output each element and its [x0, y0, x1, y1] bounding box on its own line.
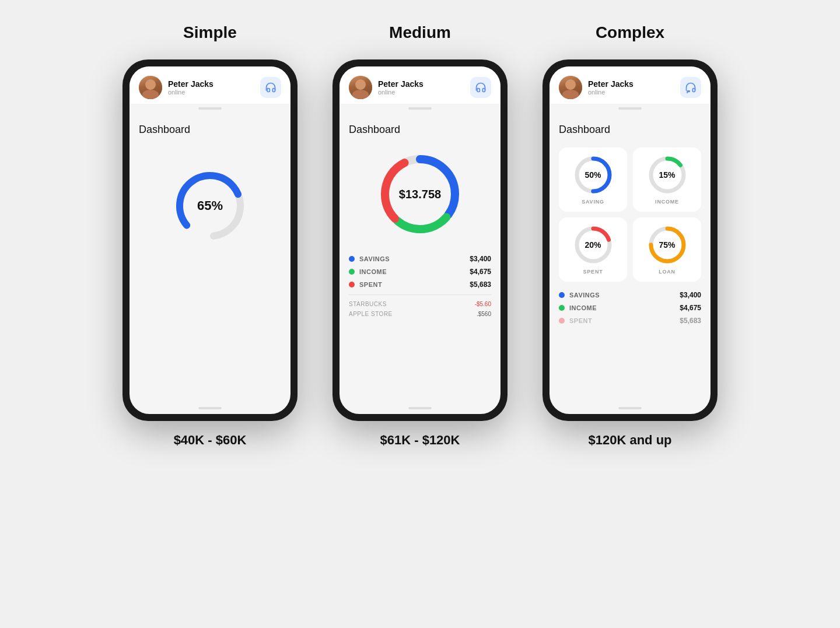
complex-bottom-scroll: [618, 407, 642, 409]
complex-legend-income: INCOME $4,675: [559, 304, 701, 312]
medium-avatar: [349, 76, 372, 99]
complex-savings-label: SAVINGS: [569, 292, 600, 299]
complex-dashboard-label: Dashboard: [559, 124, 701, 136]
simple-donut-container: 65%: [139, 148, 281, 264]
complex-column: Complex Peter Jacks: [542, 23, 718, 448]
apple-label: APPLE STORE: [349, 311, 393, 317]
complex-income-label: INCOME: [569, 304, 597, 311]
complex-user-name: Peter Jacks: [588, 79, 634, 89]
medium-phone-screen: Peter Jacks online Da: [340, 66, 501, 414]
medium-user-name: Peter Jacks: [378, 79, 424, 89]
medium-price: $61K - $120K: [380, 433, 460, 448]
starbucks-value: -$5.60: [475, 301, 491, 307]
simple-bottom-scroll: [198, 407, 222, 409]
simple-user-name: Peter Jacks: [168, 79, 214, 89]
simple-phone-content: Dashboard 65%: [130, 114, 290, 402]
complex-user-status: online: [588, 89, 634, 96]
spent-card: 20% SPENT: [559, 217, 627, 282]
loan-percent: 75%: [659, 240, 675, 250]
complex-avatar-img: [559, 76, 582, 99]
legend-spent: SPENT $5,683: [349, 280, 491, 289]
starbucks-label: STARBUCKS: [349, 301, 387, 307]
apple-value: .$560: [477, 311, 491, 317]
simple-phone-screen: Peter Jacks online Da: [130, 66, 290, 414]
simple-phone-frame: Peter Jacks online Da: [123, 59, 298, 421]
medium-headphone-icon[interactable]: [470, 77, 491, 98]
spent-label: SPENT: [359, 281, 382, 288]
spent-dot: [349, 282, 355, 287]
income-label: INCOME: [359, 268, 387, 275]
medium-donut-value: $13.758: [399, 188, 441, 201]
simple-donut-percent: 65%: [197, 198, 223, 213]
simple-column: Simple Peter Jacks: [123, 23, 298, 448]
simple-phone-header: Peter Jacks online: [130, 66, 290, 104]
complex-phone-content: Dashboard 50%: [550, 114, 710, 402]
starbucks-transaction: STARBUCKS -$5.60: [349, 301, 491, 307]
simple-header-left: Peter Jacks online: [139, 76, 214, 99]
complex-avatar: [559, 76, 582, 99]
medium-phone-header: Peter Jacks online: [340, 66, 501, 104]
complex-income-dot: [559, 305, 565, 311]
complex-price: $120K and up: [588, 433, 671, 448]
simple-avatar-img: [139, 76, 162, 99]
legend-income: INCOME $4,675: [349, 268, 491, 276]
simple-avatar: [139, 76, 162, 99]
savings-dot: [349, 256, 355, 262]
simple-user-status: online: [168, 89, 214, 96]
income-label: INCOME: [655, 199, 679, 205]
complex-spent-amount: $5,683: [680, 317, 701, 325]
simple-user-info: Peter Jacks online: [168, 79, 214, 96]
simple-headphone-icon[interactable]: [260, 77, 281, 98]
spent-label: SPENT: [583, 269, 603, 275]
legend-savings: SAVINGS $3,400: [349, 255, 491, 263]
medium-donut-wrapper: $13.758: [373, 148, 467, 241]
medium-title: Medium: [389, 23, 451, 42]
complex-spent-label: SPENT: [569, 317, 592, 324]
simple-price: $40K - $60K: [174, 433, 247, 448]
spent-amount: $5,683: [470, 280, 491, 289]
complex-phone-header: Peter Jacks online: [550, 66, 710, 104]
medium-column: Medium Peter Jacks: [332, 23, 508, 448]
medium-header-left: Peter Jacks online: [349, 76, 424, 99]
income-percent: 15%: [659, 170, 675, 180]
savings-amount: $3,400: [470, 255, 491, 263]
complex-headphone-icon[interactable]: [680, 77, 701, 98]
loan-card: 75% LOAN: [633, 217, 701, 282]
medium-divider: [349, 294, 491, 295]
medium-bottom-scroll: [408, 407, 432, 409]
complex-scroll-indicator: [618, 107, 642, 110]
complex-savings-dot: [559, 292, 565, 298]
complex-legend-savings: SAVINGS $3,400: [559, 291, 701, 299]
complex-spent-dot: [559, 318, 565, 324]
complex-title: Complex: [596, 23, 664, 42]
medium-phone-content: Dashboard: [340, 114, 501, 402]
complex-grid: 50% SAVING: [559, 148, 701, 282]
medium-user-info: Peter Jacks online: [378, 79, 424, 96]
loan-donut-wrapper: 75%: [647, 224, 688, 265]
simple-donut-wrapper: 65%: [169, 165, 251, 247]
apple-transaction: APPLE STORE .$560: [349, 311, 491, 317]
income-donut-wrapper: 15%: [647, 155, 688, 195]
complex-savings-amount: $3,400: [680, 291, 701, 299]
phones-row: Simple Peter Jacks: [12, 23, 828, 448]
medium-phone-frame: Peter Jacks online Da: [332, 59, 508, 421]
complex-income-amount: $4,675: [680, 304, 701, 312]
saving-percent: 50%: [584, 170, 601, 180]
medium-dashboard-label: Dashboard: [349, 124, 491, 136]
medium-avatar-img: [349, 76, 372, 99]
spent-donut-wrapper: 20%: [573, 224, 614, 265]
complex-header-left: Peter Jacks online: [559, 76, 634, 99]
spent-percent: 20%: [584, 240, 601, 250]
income-dot: [349, 269, 355, 275]
income-card: 15% INCOME: [633, 148, 701, 212]
medium-scroll-indicator: [408, 107, 432, 110]
simple-dashboard-label: Dashboard: [139, 124, 281, 136]
saving-donut-wrapper: 50%: [573, 155, 614, 195]
complex-phone-screen: Peter Jacks online Da: [550, 66, 710, 414]
complex-phone-frame: Peter Jacks online Da: [542, 59, 718, 421]
page-container: Simple Peter Jacks: [12, 23, 828, 448]
simple-scroll-indicator: [198, 107, 222, 110]
complex-user-info: Peter Jacks online: [588, 79, 634, 96]
medium-user-status: online: [378, 89, 424, 96]
saving-card: 50% SAVING: [559, 148, 627, 212]
